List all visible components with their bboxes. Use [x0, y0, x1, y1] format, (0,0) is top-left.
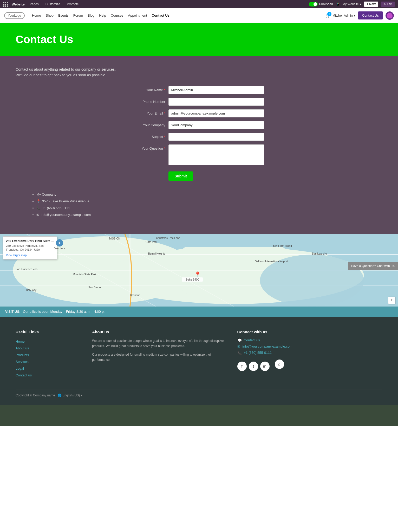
logo-wrap: YourLogo: [4, 12, 25, 19]
admin-nav-pages[interactable]: Pages: [28, 1, 40, 7]
nav-contact-us[interactable]: Contact Us: [150, 12, 172, 18]
bottom-dark-section: [0, 405, 398, 426]
nav-forum[interactable]: Forum: [71, 12, 85, 18]
svg-text:Oakland International Airport: Oakland International Airport: [255, 260, 288, 263]
contact-us-header-button[interactable]: Contact Us: [358, 11, 383, 19]
about-us-heading: About us: [92, 330, 229, 334]
nav-blog[interactable]: Blog: [86, 12, 96, 18]
map-section: 250 Executive Park Blvd Suite ... 250 Ex…: [0, 234, 398, 307]
map-zoom-in-button[interactable]: +: [388, 297, 395, 304]
nav-events[interactable]: Events: [56, 12, 71, 18]
connect-contact[interactable]: 💬 Contact us: [237, 338, 306, 342]
intro-text: Contact us about anything related to our…: [16, 66, 382, 78]
company-email: ✉info@yourcompany.example.com: [36, 211, 382, 218]
admin-bar: Website Pages Customize Promote Publishe…: [0, 0, 398, 8]
svg-text:Gate Park: Gate Park: [146, 241, 158, 243]
new-button[interactable]: + New: [364, 2, 378, 7]
footer-link-legal[interactable]: Legal: [16, 365, 84, 372]
visit-label: VISIT US:: [5, 310, 21, 314]
email-input[interactable]: [168, 109, 264, 117]
nav-shop[interactable]: Shop: [44, 12, 56, 18]
home-social-button[interactable]: ⌂: [275, 360, 284, 369]
publish-toggle[interactable]: [309, 2, 318, 6]
cart-icon[interactable]: 🛒 2: [325, 14, 330, 18]
svg-text:Brisbane: Brisbane: [130, 294, 140, 297]
svg-text:Bay Farm Island: Bay Farm Island: [273, 244, 292, 247]
subject-input[interactable]: [168, 133, 264, 141]
nav-links: Home Shop Events Forum Blog Help Courses…: [30, 12, 325, 18]
nav-right: 🛒 2 Mitchell Admin ▾ Contact Us: [325, 11, 394, 20]
company-phone: 📞+1 (650) 555-0111: [36, 205, 382, 211]
admin-nav-customize[interactable]: Customize: [44, 1, 62, 7]
about-us-para2: Our products are designed for small to m…: [92, 352, 229, 363]
copyright: Copyright © Company name: [16, 394, 55, 397]
svg-text:San Bruno: San Bruno: [88, 286, 101, 289]
footer-grid: Useful Links Home About us Products Serv…: [16, 330, 382, 379]
connect-heading: Connect with us: [237, 330, 306, 334]
svg-text:Daly City: Daly City: [26, 289, 36, 291]
mobile-preview-icon[interactable]: 📱: [336, 2, 340, 6]
hero-section: Contact Us: [0, 23, 398, 56]
email-icon: ✉: [237, 344, 240, 349]
footer-link-home[interactable]: Home: [16, 338, 84, 345]
form-row-email: Your Email *: [134, 109, 264, 117]
company-label: Your Company: [134, 121, 165, 127]
linkedin-button[interactable]: in: [260, 362, 270, 371]
about-us-para1: We are a team of passionate people whose…: [92, 338, 229, 349]
edit-button[interactable]: ✎ Edit: [381, 2, 395, 7]
question-textarea[interactable]: [168, 144, 264, 165]
name-input[interactable]: [168, 86, 264, 94]
map-info-box: 250 Executive Park Blvd Suite ... 250 Ex…: [3, 236, 57, 260]
phone-label: Phone Number: [134, 98, 165, 104]
footer-about-us: About us We are a team of passionate peo…: [92, 330, 229, 379]
useful-links-heading: Useful Links: [16, 330, 84, 334]
language-button[interactable]: 🌐 English (US) ▾: [58, 394, 82, 397]
grid-icon[interactable]: [3, 2, 8, 7]
nav-home[interactable]: Home: [30, 12, 43, 18]
form-row-phone: Phone Number: [134, 98, 264, 106]
map-address-title: 250 Executive Park Blvd Suite ...: [6, 239, 54, 243]
visit-text: Our office is open Monday – Friday 8:30 …: [23, 310, 108, 314]
form-row-subject: Subject *: [134, 133, 264, 141]
svg-text:📍: 📍: [194, 271, 201, 278]
published-label: Published: [319, 2, 333, 6]
directions-button[interactable]: ➤ Directions: [54, 239, 65, 250]
my-website-button[interactable]: My Website ▾: [343, 2, 361, 6]
admin-user-menu[interactable]: Mitchell Admin ▾: [332, 14, 355, 17]
nav-help[interactable]: Help: [97, 12, 108, 18]
phone-icon: 📞: [237, 351, 242, 355]
svg-text:Christmas Tree Lane: Christmas Tree Lane: [156, 237, 180, 240]
chat-widget[interactable]: Have a Question? Chat with us.: [348, 262, 398, 270]
company-info: My Company 📍3575 Fake Buena Vista Avenue…: [16, 191, 382, 218]
nav-appointment[interactable]: Appointment: [126, 12, 149, 18]
site-name[interactable]: Website: [12, 2, 25, 6]
footer-connect: Connect with us 💬 Contact us ✉ info@your…: [237, 330, 306, 379]
publish-toggle-wrap: Published: [309, 2, 333, 6]
company-name: My Company: [36, 191, 382, 198]
name-label: Your Name *: [134, 86, 165, 92]
phone-input[interactable]: [168, 98, 264, 106]
facebook-button[interactable]: f: [237, 362, 247, 371]
footer-link-products[interactable]: Products: [16, 352, 84, 358]
company-input[interactable]: [168, 121, 264, 129]
connect-phone[interactable]: 📞 +1 (650) 555-0111: [237, 351, 306, 355]
nav-courses[interactable]: Courses: [109, 12, 125, 18]
svg-text:Mountain State Park: Mountain State Park: [73, 273, 97, 276]
email-label: Your Email *: [134, 109, 165, 115]
subject-label: Subject *: [134, 133, 165, 139]
logo[interactable]: YourLogo: [4, 12, 25, 19]
svg-text:San Francisco Zoo: San Francisco Zoo: [16, 268, 37, 271]
twitter-button[interactable]: t: [249, 362, 258, 371]
submit-button[interactable]: Submit: [168, 171, 193, 181]
question-label: Your Question *: [134, 144, 165, 150]
footer-link-contact[interactable]: Contact us: [16, 372, 84, 379]
cart-badge: 2: [327, 12, 331, 16]
company-address: 📍3575 Fake Buena Vista Avenue: [36, 198, 382, 205]
site-navigation: YourLogo Home Shop Events Forum Blog Hel…: [0, 8, 398, 23]
footer-useful-links: Useful Links Home About us Products Serv…: [16, 330, 84, 379]
view-larger-map-link[interactable]: View larger map: [6, 254, 27, 257]
connect-email[interactable]: ✉ info@yourcompany.example.com: [237, 344, 306, 349]
admin-nav-promote[interactable]: Promote: [65, 1, 80, 7]
footer-link-services[interactable]: Services: [16, 358, 84, 365]
footer-link-about[interactable]: About us: [16, 345, 84, 352]
